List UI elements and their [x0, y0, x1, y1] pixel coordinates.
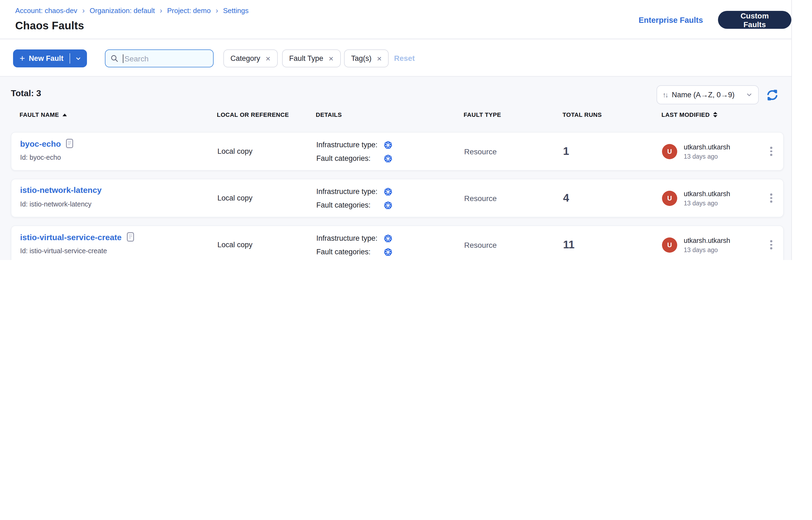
last-modified-cell: U utkarsh.utkarsh 13 days ago: [662, 226, 730, 260]
column-details: DETAILS: [316, 111, 342, 118]
breadcrumb-organization[interactable]: Organization: default: [90, 6, 155, 15]
kubernetes-icon: [384, 234, 392, 243]
breadcrumb-account[interactable]: Account: chaos-dev: [15, 6, 77, 15]
modified-by-user: utkarsh.utkarsh: [684, 190, 730, 198]
total-runs-value: 4: [563, 179, 569, 217]
column-total-runs: TOTAL RUNS: [562, 111, 602, 118]
chevron-down-icon: [746, 91, 753, 98]
modified-ago: 13 days ago: [684, 246, 730, 253]
remove-filter-icon[interactable]: ×: [329, 54, 334, 63]
search-icon: [110, 54, 119, 62]
fault-type-value: Resource: [464, 179, 497, 217]
fault-manifest-icon[interactable]: [66, 138, 73, 148]
sort-arrows-icon: ↑↓: [662, 91, 667, 99]
total-runs-value: 11: [563, 226, 575, 260]
custom-faults-button[interactable]: Custom Faults: [718, 11, 791, 29]
sort-both-icon: [713, 112, 717, 118]
fault-details: Infrastructure type: Fault categories:: [316, 232, 392, 259]
infrastructure-type-label: Infrastructure type:: [316, 187, 384, 196]
fault-id: Id: byoc-echo: [20, 154, 61, 161]
chaos-faults-page: Account: chaos-dev › Organization: defau…: [0, 0, 812, 260]
local-or-reference-value: Local copy: [218, 226, 252, 260]
text-caret: [123, 54, 123, 63]
total-runs-value: 1: [563, 133, 569, 170]
remove-filter-icon[interactable]: ×: [266, 54, 271, 63]
avatar: U: [662, 190, 677, 206]
local-or-reference-value: Local copy: [218, 179, 252, 217]
fault-type-value: Resource: [464, 133, 497, 170]
search-input[interactable]: Search: [105, 49, 213, 68]
top-header: Account: chaos-dev › Organization: defau…: [0, 0, 791, 39]
plus-icon: +: [20, 53, 25, 64]
button-divider: [69, 53, 70, 63]
filter-chip-tags[interactable]: Tag(s) ×: [344, 49, 389, 68]
filter-chip-label: Fault Type: [289, 54, 323, 62]
fault-name-link[interactable]: istio-virtual-service-create: [20, 232, 122, 241]
avatar: U: [662, 144, 677, 159]
fault-name-link[interactable]: byoc-echo: [20, 139, 61, 148]
row-menu-button[interactable]: [766, 226, 777, 260]
kubernetes-icon: [384, 201, 392, 209]
last-modified-cell: U utkarsh.utkarsh 13 days ago: [662, 179, 730, 217]
avatar: U: [662, 237, 677, 252]
sort-asc-icon: [62, 113, 67, 116]
total-count: Total: 3: [11, 88, 41, 98]
filter-chip-fault-type[interactable]: Fault Type ×: [282, 49, 340, 68]
page-title: Chaos Faults: [15, 20, 84, 32]
fault-type-value: Resource: [464, 226, 497, 260]
local-or-reference-value: Local copy: [218, 133, 252, 170]
breadcrumb: Account: chaos-dev › Organization: defau…: [15, 6, 249, 15]
table-header: FAULT NAME LOCAL OR REFERENCE DETAILS FA…: [0, 111, 791, 122]
filter-chip-label: Tag(s): [351, 54, 372, 62]
search-placeholder: Search: [124, 54, 149, 63]
modified-by-user: utkarsh.utkarsh: [684, 237, 730, 244]
remove-filter-icon[interactable]: ×: [377, 54, 382, 63]
kubernetes-icon: [384, 248, 392, 256]
column-fault-name[interactable]: FAULT NAME: [20, 111, 67, 118]
toolbar: + New Fault Search Category × Fault Type…: [0, 40, 791, 77]
breadcrumb-separator-icon: ›: [82, 7, 84, 14]
enterprise-faults-link[interactable]: Enterprise Faults: [639, 16, 703, 24]
sort-selected-value: Name (A→Z, 0→9): [672, 91, 746, 99]
new-fault-label: New Fault: [29, 54, 64, 62]
table-row: istio-virtual-service-create Id: istio-v…: [11, 226, 784, 260]
breadcrumb-project[interactable]: Project: demo: [167, 6, 211, 15]
table-row: byoc-echo Id: byoc-echo Local copy Infra…: [11, 132, 784, 171]
breadcrumb-separator-icon: ›: [160, 7, 162, 14]
kubernetes-icon: [384, 187, 392, 196]
fault-name-link[interactable]: istio-network-latency: [20, 185, 102, 194]
fault-categories-label: Fault categories:: [316, 154, 384, 162]
fault-id: Id: istio-network-latency: [20, 201, 92, 208]
kubernetes-icon: [384, 154, 392, 163]
last-modified-cell: U utkarsh.utkarsh 13 days ago: [662, 133, 730, 170]
fault-id: Id: istio-virtual-service-create: [20, 247, 107, 255]
fault-details: Infrastructure type: Fault categories:: [316, 138, 392, 165]
row-menu-button[interactable]: [766, 133, 777, 170]
sort-dropdown[interactable]: ↑↓ Name (A→Z, 0→9): [657, 85, 759, 104]
chevron-down-icon[interactable]: [75, 55, 81, 62]
column-local-or-reference: LOCAL OR REFERENCE: [217, 111, 289, 118]
column-last-modified[interactable]: LAST MODIFIED: [661, 111, 717, 118]
fault-categories-label: Fault categories:: [316, 248, 384, 256]
modified-ago: 13 days ago: [684, 153, 730, 159]
fault-categories-label: Fault categories:: [316, 201, 384, 209]
modified-by-user: utkarsh.utkarsh: [684, 143, 730, 151]
modified-ago: 13 days ago: [684, 200, 730, 206]
kubernetes-icon: [384, 140, 392, 149]
filter-chip-label: Category: [230, 54, 260, 62]
fault-details: Infrastructure type: Fault categories:: [316, 185, 392, 212]
breadcrumb-separator-icon: ›: [215, 7, 218, 14]
breadcrumb-settings[interactable]: Settings: [223, 6, 249, 15]
reset-filters-button[interactable]: Reset: [394, 49, 415, 68]
column-fault-type: FAULT TYPE: [464, 111, 501, 118]
row-menu-button[interactable]: [766, 179, 777, 217]
infrastructure-type-label: Infrastructure type:: [316, 234, 384, 242]
refresh-button[interactable]: [765, 88, 779, 102]
infrastructure-type-label: Infrastructure type:: [316, 141, 384, 149]
right-gutter: [791, 0, 812, 260]
filter-chip-category[interactable]: Category ×: [223, 49, 277, 68]
fault-manifest-icon[interactable]: [127, 232, 134, 242]
new-fault-button[interactable]: + New Fault: [13, 49, 87, 68]
table-row: istio-network-latency Id: istio-network-…: [11, 179, 784, 217]
